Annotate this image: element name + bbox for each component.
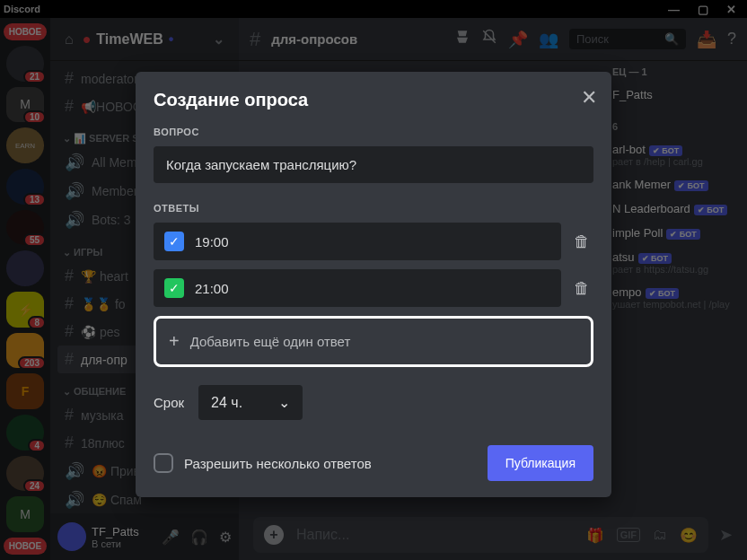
- duration-value: 24 ч.: [211, 395, 242, 411]
- answer-text: 19:00: [195, 234, 229, 249]
- answer-row: ✓ 21:00 🗑: [154, 269, 593, 307]
- emoji-picker[interactable]: ✓: [164, 232, 184, 251]
- emoji-picker[interactable]: ✓: [164, 278, 184, 298]
- modal-title: Создание опроса: [154, 90, 593, 110]
- chevron-down-icon: ⌄: [278, 394, 290, 411]
- allow-multiple-label: Разрешить несколько ответов: [184, 456, 477, 471]
- question-input[interactable]: [154, 146, 593, 183]
- trash-icon[interactable]: 🗑: [570, 229, 593, 255]
- answers-label: ОТВЕТЫ: [154, 203, 593, 214]
- poll-modal: ✕ Создание опроса ВОПРОС ОТВЕТЫ ✓ 19:00 …: [136, 72, 611, 497]
- allow-multiple-checkbox[interactable]: [154, 453, 173, 473]
- trash-icon[interactable]: 🗑: [570, 276, 593, 302]
- answer-input[interactable]: ✓ 19:00: [154, 223, 561, 260]
- close-icon[interactable]: ✕: [581, 86, 597, 109]
- add-answer-button[interactable]: + Добавить ещё один ответ: [154, 316, 593, 367]
- answer-input[interactable]: ✓ 21:00: [154, 269, 561, 307]
- answer-row: ✓ 19:00 🗑: [154, 223, 593, 260]
- answer-text: 21:00: [195, 281, 229, 296]
- modal-overlay: ✕ Создание опроса ВОПРОС ОТВЕТЫ ✓ 19:00 …: [0, 0, 747, 560]
- duration-select[interactable]: 24 ч. ⌄: [198, 385, 303, 420]
- add-answer-label: Добавить ещё один ответ: [190, 334, 351, 349]
- question-label: ВОПРОС: [154, 127, 593, 137]
- plus-icon: +: [169, 331, 180, 352]
- publish-button[interactable]: Публикация: [488, 445, 593, 481]
- duration-label: Срок: [154, 395, 184, 410]
